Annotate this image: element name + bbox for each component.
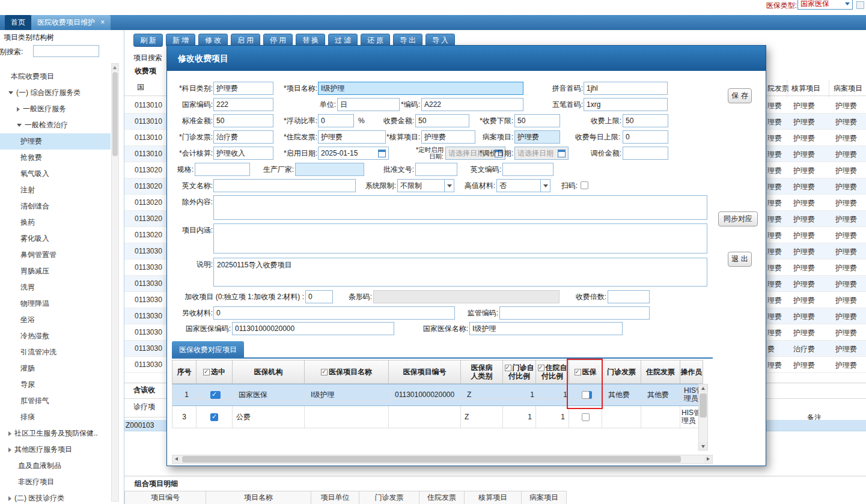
tree-item-17[interactable]: 引流管冲洗 (0, 344, 111, 360)
float-ratio-input[interactable] (318, 114, 354, 127)
scroll-up-arrow-icon[interactable] (699, 384, 707, 392)
column-header-outpatient-ratio[interactable]: 门诊自付比例 (503, 360, 536, 384)
tree-item-12[interactable]: 胃肠减压 (0, 263, 111, 279)
item-connotation-textarea[interactable] (213, 223, 707, 254)
description-textarea[interactable]: 20250115导入收费项目 (213, 258, 707, 287)
tab-charge-item-maintenance[interactable]: 医院收费项目维护 × (31, 15, 111, 30)
tree-item-11[interactable]: 鼻饲管置管 (0, 247, 111, 263)
checkbox[interactable] (210, 391, 218, 399)
national-insurance-name-input[interactable] (469, 322, 623, 335)
app-menu-icon[interactable] (856, 1, 864, 9)
table-horizontal-scrollbar[interactable] (172, 455, 713, 464)
sync-mapping-button[interactable]: 同步对应 (718, 211, 758, 226)
scrollbar-thumb[interactable] (112, 72, 118, 156)
surcharge-item-input[interactable] (305, 290, 333, 303)
column-header-insurance-org[interactable]: 医保机构 (233, 360, 305, 384)
national-code-input[interactable] (213, 98, 273, 111)
column-header-outpatient-invoice[interactable]: 门诊发票 (602, 360, 641, 384)
tree-item-23[interactable]: 其他医疗服务项目 (0, 442, 111, 458)
item-name-input[interactable] (318, 82, 523, 95)
save-button[interactable]: 保 存 (728, 88, 752, 103)
english-name-input[interactable] (213, 179, 356, 192)
tree-item-8[interactable]: 清创缝合 (0, 198, 111, 214)
tree-item-21[interactable]: 排痰 (0, 409, 111, 425)
daily-ceiling-input[interactable] (623, 130, 668, 144)
column-header-inpatient-invoice[interactable]: 住院发票 (641, 360, 680, 384)
checkbox[interactable] (210, 413, 218, 421)
calendar-icon[interactable] (558, 150, 566, 157)
tree-item-15[interactable]: 坐浴 (0, 312, 111, 328)
tree-item-10[interactable]: 雾化吸入 (0, 231, 111, 247)
checkbox[interactable] (582, 413, 590, 421)
scan-code-checkbox[interactable] (581, 181, 588, 189)
tree-item-9[interactable]: 换药 (0, 214, 111, 231)
accounting-item-input[interactable] (421, 130, 475, 144)
english-code-input[interactable] (502, 163, 553, 176)
tree-item-25[interactable]: 非医疗项目 (0, 474, 111, 490)
tree-item-26[interactable]: (二) 医技诊疗类 (0, 490, 111, 504)
tree-item-18[interactable]: 灌肠 (0, 360, 111, 377)
record-item-input[interactable] (514, 130, 560, 144)
table-row[interactable]: 3公费Z11HIS管理员 (172, 406, 703, 428)
adjust-amount-input[interactable] (623, 147, 668, 160)
close-icon[interactable]: × (100, 15, 105, 30)
approval-no-input[interactable] (415, 163, 457, 176)
table-vertical-scrollbar[interactable] (698, 384, 708, 451)
category-search-input[interactable] (33, 45, 99, 57)
tab-home[interactable]: 首页 (5, 15, 31, 30)
scroll-left-arrow-icon[interactable] (172, 455, 181, 463)
tree-item-0[interactable]: 本院收费项目 (0, 68, 111, 85)
column-header-checked[interactable]: 选中 (197, 360, 233, 384)
adjust-date-input[interactable]: 请选择日期 (514, 147, 569, 160)
excluded-content-textarea[interactable] (213, 195, 707, 220)
tree-item-3[interactable]: 一般检查治疗 (0, 117, 111, 133)
exit-button[interactable]: 退 出 (728, 252, 752, 267)
outpatient-invoice-input[interactable] (213, 130, 273, 144)
toolbar-button-refresh[interactable]: 刷新 (133, 34, 163, 47)
scroll-down-arrow-icon[interactable] (699, 442, 707, 450)
column-header-patient-type[interactable]: 医保病人类别 (461, 360, 503, 384)
standard-amount-input[interactable] (213, 114, 273, 127)
subject-category-input[interactable] (213, 82, 273, 95)
high-value-material-select[interactable]: 否 (496, 179, 550, 192)
tree-item-22[interactable]: 社区卫生服务及预防保健.. (0, 425, 111, 442)
charge-multiple-input[interactable] (608, 290, 650, 303)
inpatient-invoice-input[interactable] (318, 130, 386, 144)
tree-item-20[interactable]: 肛管排气 (0, 393, 111, 409)
tree-item-24[interactable]: 血及血液制品 (0, 458, 111, 474)
system-limit-select[interactable]: 不限制 (397, 179, 454, 192)
tree-item-14[interactable]: 物理降温 (0, 296, 111, 312)
wubi-code-input[interactable] (584, 98, 668, 111)
tree-item-19[interactable]: 导尿 (0, 377, 111, 393)
supervise-code-input[interactable] (499, 306, 650, 320)
enable-date-input[interactable]: 2025-01-15 (318, 147, 389, 160)
pinyin-code-input[interactable] (584, 82, 668, 95)
extra-material-input[interactable] (213, 306, 455, 320)
tree-item-6[interactable]: 氧气吸入 (0, 166, 111, 182)
calendar-icon[interactable] (378, 150, 386, 157)
national-insurance-code-input[interactable] (232, 322, 394, 335)
tree-item-4[interactable]: 护理费 (0, 133, 111, 150)
manufacturer-input[interactable] (295, 163, 364, 176)
tree-item-7[interactable]: 注射 (0, 182, 111, 198)
tree-item-13[interactable]: 洗胃 (0, 279, 111, 296)
tab-insurance-mapping[interactable]: 医保收费对应项目 (172, 341, 244, 359)
spec-input[interactable] (195, 163, 250, 176)
scroll-right-arrow-icon[interactable] (704, 455, 712, 463)
column-header-operator[interactable]: 操作员 (680, 360, 703, 384)
column-header-insurance-item-name[interactable]: 医保项目名称 (305, 360, 389, 384)
column-header-seq[interactable]: 序号 (172, 360, 197, 384)
tree-item-16[interactable]: 冷热湿敷 (0, 328, 111, 344)
code-input[interactable] (421, 98, 523, 111)
scrollbar-thumb[interactable] (182, 456, 681, 463)
charge-floor-input[interactable] (514, 114, 560, 127)
column-header-inpatient-ratio[interactable]: 住院自付比例 (536, 360, 569, 384)
insurance-type-select[interactable]: 国家医保 (797, 0, 853, 10)
table-row[interactable]: 1国家医保Ⅰ级护理011301000020000Z11其他费其他费HIS管理员 (172, 384, 706, 406)
tree-item-5[interactable]: 抢救费 (0, 150, 111, 166)
checkbox[interactable] (582, 391, 590, 399)
accounting-input[interactable] (213, 147, 273, 160)
charge-amount-input[interactable] (415, 114, 469, 127)
column-header-insurance[interactable]: 医保 (569, 360, 602, 384)
sidebar-scrollbar[interactable] (111, 63, 119, 502)
